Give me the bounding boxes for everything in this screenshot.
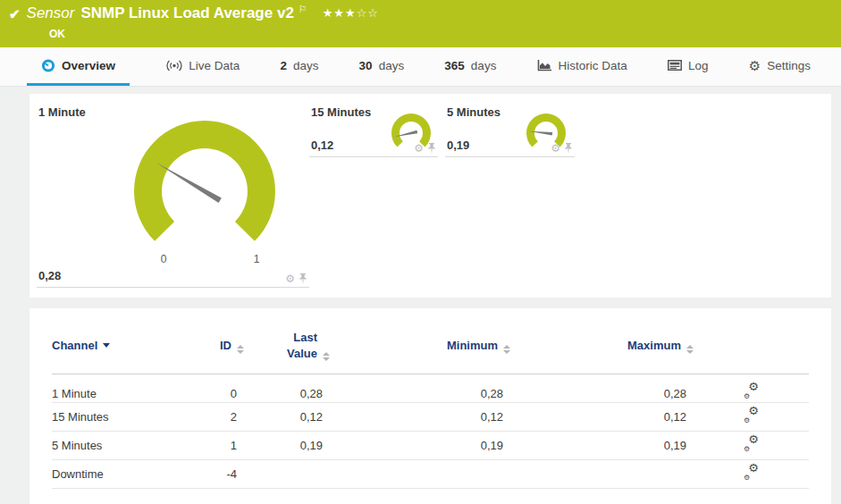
tab-number: 30 bbox=[359, 59, 373, 72]
sensor-header-bar: ✔ Sensor SNMP Linux Load Average v2 ⚐ ★★… bbox=[0, 0, 841, 47]
column-header-id[interactable]: ID bbox=[186, 324, 244, 374]
gauge-widget-15-minutes[interactable]: 15 Minutes 0,12 ⚙ bbox=[309, 100, 438, 157]
tab-label: Historic Data bbox=[559, 59, 627, 72]
sensor-title-row: ✔ Sensor SNMP Linux Load Average v2 ⚐ ★★… bbox=[9, 4, 379, 22]
gauge-value: 0,12 bbox=[311, 139, 333, 152]
table-row: 5 Minutes 1 0,19 0,19 0,19 ⚙⚙ bbox=[52, 432, 809, 460]
area-chart-icon bbox=[537, 59, 552, 71]
cell-channel: Downtime bbox=[52, 460, 186, 489]
pin-icon[interactable] bbox=[299, 273, 307, 284]
widget-controls: ⚙ bbox=[285, 273, 307, 284]
cell-id: 1 bbox=[186, 432, 244, 460]
gauge-chart-1-minute: 0 1 bbox=[126, 113, 287, 269]
cell-maximum: 0,12 bbox=[510, 403, 694, 432]
table-row: 1 Minute 0 0,28 0,28 0,28 ⚙⚙ bbox=[52, 374, 809, 403]
widget-controls: ⚙ bbox=[551, 143, 573, 154]
tab-settings[interactable]: ⚙ Settings bbox=[745, 47, 814, 86]
cell-maximum: 0,28 bbox=[510, 374, 694, 403]
cell-maximum bbox=[510, 460, 694, 489]
cell-minimum: 0,19 bbox=[330, 432, 510, 460]
tab-live-data[interactable]: Live Data bbox=[163, 47, 243, 86]
sort-icon bbox=[503, 345, 510, 354]
gauge-title: 1 Minute bbox=[38, 105, 86, 119]
channel-settings-icon[interactable]: ⚙⚙ bbox=[744, 408, 759, 424]
channels-table-panel: Channel ID LastValue Minimum Maximum 1 bbox=[29, 308, 831, 504]
tab-30-days[interactable]: 30 days bbox=[356, 47, 408, 86]
tab-label: Overview bbox=[62, 59, 115, 72]
channels-table: Channel ID LastValue Minimum Maximum 1 bbox=[52, 324, 809, 489]
gauge-value: 0,19 bbox=[447, 139, 469, 152]
sensor-kind-label: Sensor bbox=[27, 4, 75, 22]
gauge-arc bbox=[391, 113, 431, 147]
gear-icon: ⚙ bbox=[749, 59, 761, 72]
tab-label: days bbox=[471, 59, 497, 72]
column-header-maximum[interactable]: Maximum bbox=[510, 324, 694, 374]
cell-maximum: 0,19 bbox=[510, 432, 694, 460]
priority-stars[interactable]: ★★★☆☆ bbox=[323, 6, 379, 20]
tab-overview[interactable]: Overview bbox=[27, 47, 130, 86]
gauge-tick-min: 0 bbox=[161, 253, 167, 265]
widget-controls: ⚙ bbox=[414, 143, 436, 154]
tab-bar: Overview Live Data 2 days 30 days 365 da… bbox=[0, 47, 841, 87]
column-label: Channel bbox=[52, 339, 97, 352]
cell-channel: 5 Minutes bbox=[52, 432, 186, 460]
prtg-sensor-page: { "header": { "kind": "Sensor", "title":… bbox=[0, 0, 841, 504]
cell-last-value bbox=[244, 460, 330, 489]
flag-icon[interactable]: ⚐ bbox=[299, 4, 307, 15]
status-badge: OK bbox=[49, 28, 65, 40]
column-header-channel[interactable]: Channel bbox=[52, 324, 186, 374]
tab-number: 2 bbox=[280, 59, 287, 72]
tab-log[interactable]: Log bbox=[664, 47, 712, 86]
sorted-desc-icon bbox=[103, 343, 110, 348]
channel-settings-icon[interactable]: ⚙⚙ bbox=[744, 466, 759, 481]
widget-gear-icon[interactable]: ⚙ bbox=[551, 143, 560, 154]
table-header-row: Channel ID LastValue Minimum Maximum bbox=[52, 324, 809, 374]
gauge-title: 5 Minutes bbox=[447, 105, 500, 119]
column-label: Maximum bbox=[627, 339, 681, 352]
gauges-panel: 1 Minute 0 1 0,28 ⚙ 15 Minutes bbox=[29, 94, 831, 298]
sort-icon bbox=[237, 345, 244, 354]
cell-id: -4 bbox=[186, 460, 244, 489]
tab-label: Log bbox=[688, 59, 709, 72]
sort-icon bbox=[323, 352, 330, 361]
column-header-minimum[interactable]: Minimum bbox=[330, 324, 510, 374]
pin-icon[interactable] bbox=[564, 143, 573, 154]
gauge-widget-1-minute[interactable]: 1 Minute 0 1 0,28 ⚙ bbox=[37, 100, 309, 288]
table-row: 15 Minutes 2 0,12 0,12 0,12 ⚙⚙ bbox=[52, 403, 809, 432]
tab-label: days bbox=[293, 59, 319, 72]
column-header-actions bbox=[694, 324, 809, 374]
column-header-last-value[interactable]: LastValue bbox=[244, 324, 330, 374]
tab-365-days[interactable]: 365 days bbox=[441, 47, 500, 86]
column-label: ID bbox=[220, 339, 231, 352]
cell-id: 0 bbox=[186, 374, 244, 403]
widget-gear-icon[interactable]: ⚙ bbox=[414, 143, 424, 154]
cell-id: 2 bbox=[186, 403, 244, 432]
gauge-value: 0,28 bbox=[38, 269, 61, 282]
column-label: LastValue bbox=[276, 330, 317, 361]
widget-gear-icon[interactable]: ⚙ bbox=[285, 273, 295, 284]
tab-label: Live Data bbox=[189, 59, 240, 72]
cell-last-value: 0,19 bbox=[244, 432, 330, 460]
gauge-icon bbox=[41, 58, 55, 72]
gauge-arc bbox=[134, 121, 275, 241]
broadcast-icon bbox=[166, 60, 182, 71]
cell-minimum: 0,28 bbox=[330, 374, 510, 403]
cell-last-value: 0,28 bbox=[244, 374, 330, 403]
cell-minimum: 0,12 bbox=[330, 403, 510, 432]
tab-label: days bbox=[379, 59, 405, 72]
pin-icon[interactable] bbox=[427, 143, 436, 154]
tab-historic-data[interactable]: Historic Data bbox=[534, 47, 631, 86]
gauge-widget-5-minutes[interactable]: 5 Minutes 0,19 ⚙ bbox=[445, 100, 575, 157]
log-icon bbox=[668, 60, 682, 71]
gauge-tick-max: 1 bbox=[254, 253, 260, 265]
table-row: Downtime -4 ⚙⚙ bbox=[52, 460, 809, 489]
channel-settings-icon[interactable]: ⚙⚙ bbox=[744, 437, 759, 452]
cell-channel: 1 Minute bbox=[52, 374, 186, 403]
ok-check-icon: ✔ bbox=[9, 6, 21, 22]
gauge-title: 15 Minutes bbox=[311, 105, 371, 119]
sort-icon bbox=[686, 345, 694, 354]
tab-2-days[interactable]: 2 days bbox=[276, 47, 322, 86]
cell-last-value: 0,12 bbox=[244, 403, 330, 432]
channel-settings-icon[interactable]: ⚙⚙ bbox=[744, 384, 759, 399]
sensor-title: SNMP Linux Load Average v2 bbox=[80, 4, 293, 22]
